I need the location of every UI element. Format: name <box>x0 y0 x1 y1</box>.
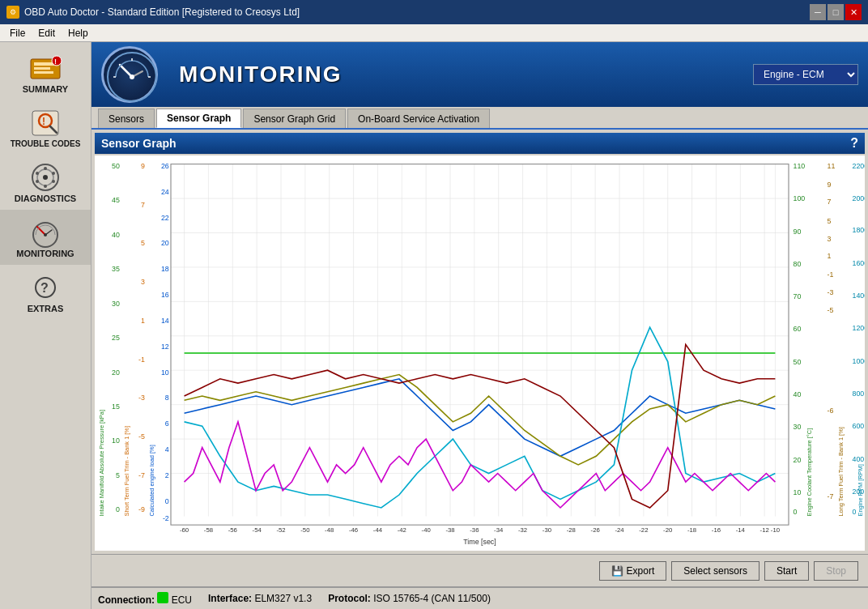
export-icon: 💾 <box>611 565 623 577</box>
stop-button[interactable]: Stop <box>814 561 858 581</box>
svg-text:35: 35 <box>112 265 120 273</box>
svg-text:-14: -14 <box>736 526 745 534</box>
main-layout: ! SUMMARY ! TROUBLE CODES <box>0 42 868 609</box>
engine-select[interactable]: Engine - ECM Transmission Body <box>753 64 858 85</box>
svg-text:-1: -1 <box>828 270 834 279</box>
select-sensors-button[interactable]: Select sensors <box>671 561 760 581</box>
svg-text:Calculated engine load [%]: Calculated engine load [%] <box>148 445 155 516</box>
svg-text:2200: 2200 <box>853 162 865 170</box>
svg-text:-34: -34 <box>494 526 503 534</box>
sidebar-item-monitoring[interactable]: MONITORING <box>0 210 91 265</box>
monitoring-icon <box>26 216 65 249</box>
sidebar-item-summary[interactable]: ! SUMMARY <box>0 45 91 100</box>
interface-label: Interface: ELM327 v1.3 <box>208 593 312 604</box>
svg-point-14 <box>52 180 55 183</box>
sidebar-item-trouble-codes[interactable]: ! TROUBLE CODES <box>0 100 91 155</box>
connection-indicator <box>157 592 168 603</box>
svg-text:40: 40 <box>112 231 120 239</box>
svg-text:100: 100 <box>794 194 806 202</box>
title-bar-controls[interactable]: ─ □ ✕ <box>810 4 862 20</box>
svg-text:15: 15 <box>112 402 120 411</box>
sidebar-item-diagnostics[interactable]: DIAGNOSTICS <box>0 155 91 210</box>
svg-text:110: 110 <box>794 162 806 170</box>
svg-point-24 <box>130 75 134 79</box>
graph-header: Sensor Graph ? <box>95 133 865 154</box>
sidebar: ! SUMMARY ! TROUBLE CODES <box>0 42 91 609</box>
svg-text:-3: -3 <box>138 394 145 402</box>
svg-text:70: 70 <box>794 292 802 300</box>
minimize-button[interactable]: ─ <box>810 4 826 20</box>
svg-text:-58: -58 <box>204 526 213 534</box>
svg-text:26: 26 <box>161 162 169 170</box>
sidebar-label-summary: SUMMARY <box>23 84 68 94</box>
menu-help[interactable]: Help <box>62 26 95 40</box>
svg-text:-32: -32 <box>518 526 527 534</box>
svg-text:0: 0 <box>116 505 120 513</box>
svg-text:-48: -48 <box>325 526 334 534</box>
help-button[interactable]: ? <box>850 136 858 151</box>
svg-rect-3 <box>34 71 53 74</box>
tab-sensor-graph-grid[interactable]: Sensor Graph Grid <box>243 109 346 128</box>
svg-text:-7: -7 <box>138 471 145 479</box>
close-button[interactable]: ✕ <box>845 4 862 20</box>
svg-point-18 <box>43 175 48 180</box>
svg-text:-18: -18 <box>687 526 696 534</box>
menu-file[interactable]: File <box>3 26 32 40</box>
svg-text:1: 1 <box>828 252 832 260</box>
svg-text:-36: -36 <box>470 526 479 534</box>
svg-text:!: ! <box>54 57 57 66</box>
tab-on-board[interactable]: On-Board Service Activation <box>347 109 490 128</box>
start-button[interactable]: Start <box>764 561 809 581</box>
graph-title: Sensor Graph <box>101 137 177 150</box>
svg-point-13 <box>52 172 55 175</box>
svg-text:600: 600 <box>853 423 865 431</box>
svg-text:11: 11 <box>828 162 836 170</box>
tabs: Sensors Sensor Graph Sensor Graph Grid O… <box>91 107 868 130</box>
svg-text:-7: -7 <box>828 493 834 501</box>
svg-text:20: 20 <box>112 368 120 377</box>
svg-text:20: 20 <box>161 240 169 248</box>
svg-text:45: 45 <box>112 197 120 205</box>
svg-text:Time [sec]: Time [sec] <box>463 538 496 546</box>
monitoring-logo <box>101 46 166 103</box>
svg-text:5: 5 <box>141 240 145 248</box>
svg-text:10: 10 <box>794 488 802 496</box>
svg-text:-2: -2 <box>163 514 169 522</box>
content-area: MONITORING Engine - ECM Transmission Bod… <box>91 42 868 609</box>
sidebar-item-extras[interactable]: ? EXTRAS <box>0 265 91 320</box>
svg-text:18: 18 <box>161 265 169 273</box>
svg-text:-16: -16 <box>712 526 721 534</box>
svg-text:60: 60 <box>794 326 802 334</box>
sidebar-label-trouble-codes: TROUBLE CODES <box>11 139 81 148</box>
svg-text:-24: -24 <box>615 526 623 534</box>
menu-edit[interactable]: Edit <box>32 26 62 40</box>
svg-text:20: 20 <box>794 456 802 464</box>
svg-text:-1: -1 <box>138 356 145 364</box>
tab-sensors[interactable]: Sensors <box>98 109 155 128</box>
svg-text:16: 16 <box>161 291 169 299</box>
bottom-bar: 💾 Export Select sensors Start Stop <box>91 554 868 586</box>
svg-text:1: 1 <box>141 317 145 325</box>
svg-text:-38: -38 <box>445 526 454 534</box>
svg-text:Long Term Fuel Trim - Bank 1 [: Long Term Fuel Trim - Bank 1 [%] <box>837 427 845 516</box>
maximize-button[interactable]: □ <box>828 4 844 20</box>
svg-text:14: 14 <box>161 317 169 325</box>
summary-icon: ! <box>26 52 65 84</box>
status-bar: Connection: ECU Interface: ELM327 v1.3 P… <box>91 586 868 609</box>
svg-text:1600: 1600 <box>853 259 865 267</box>
svg-text:25: 25 <box>112 334 120 342</box>
svg-text:Engine RPM [RPM]: Engine RPM [RPM] <box>857 464 864 516</box>
svg-text:-6: -6 <box>828 407 834 415</box>
graph-container: 50 45 40 35 30 25 20 15 10 5 0 Intake Ma… <box>95 155 865 551</box>
graph-panel: Sensor Graph ? <box>91 130 868 554</box>
page-title: MONITORING <box>179 62 740 87</box>
svg-text:!: ! <box>42 116 45 127</box>
svg-text:-30: -30 <box>542 526 551 534</box>
top-header: MONITORING Engine - ECM Transmission Bod… <box>91 42 868 107</box>
svg-point-20 <box>44 233 47 236</box>
export-button[interactable]: 💾 Export <box>599 561 667 581</box>
diagnostics-icon <box>26 161 65 194</box>
svg-text:-5: -5 <box>138 432 145 441</box>
tab-sensor-graph[interactable]: Sensor Graph <box>156 109 241 128</box>
svg-text:24: 24 <box>161 188 169 196</box>
